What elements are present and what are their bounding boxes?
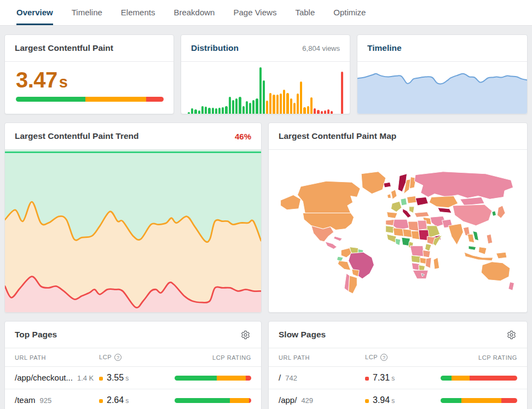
histogram-bar bbox=[293, 103, 296, 114]
url-path-link[interactable]: /team bbox=[15, 395, 36, 405]
lcp-value: 2.64 bbox=[107, 395, 124, 405]
histogram-bar bbox=[256, 98, 258, 114]
lcp-trend-card: Largest Contentful Paint Trend 46% bbox=[4, 122, 262, 313]
lcp-metric-card: Largest Contentful Paint 3.47s bbox=[4, 34, 174, 114]
page-views-count: 742 bbox=[285, 374, 297, 382]
lcp-unit: s bbox=[125, 397, 129, 405]
timeline-chart[interactable] bbox=[357, 62, 527, 114]
tab-breakdown[interactable]: Breakdown bbox=[174, 0, 215, 25]
lcp-rating-dot bbox=[365, 377, 369, 381]
col-lcp-rating: LCP RATING bbox=[164, 354, 251, 361]
histogram-bar bbox=[252, 100, 255, 114]
tab-page-views[interactable]: Page Views bbox=[233, 0, 276, 25]
tab-timeline[interactable]: Timeline bbox=[72, 0, 102, 25]
distribution-card: Distribution 6,804 views bbox=[181, 34, 350, 114]
table-header-row: URL PATH LCP? LCP RATING bbox=[269, 348, 527, 367]
histogram-bar bbox=[283, 90, 285, 114]
col-lcp-rating: LCP RATING bbox=[430, 354, 517, 361]
histogram-bar bbox=[249, 103, 251, 114]
histogram-bar bbox=[300, 81, 302, 114]
histogram-bar bbox=[194, 109, 196, 114]
lcp-rating-dot bbox=[365, 399, 369, 403]
lcp-unit: s bbox=[391, 397, 395, 405]
histogram-bar bbox=[208, 108, 210, 114]
lcp-value: 3.94 bbox=[373, 395, 390, 405]
rating-poor-segment bbox=[246, 376, 251, 381]
tab-optimize[interactable]: Optimize bbox=[333, 0, 366, 25]
lcp-value-number: 3.47 bbox=[16, 68, 57, 92]
lcp-rating-bar bbox=[441, 398, 517, 403]
rating-ni-segment bbox=[217, 376, 246, 381]
table-row[interactable]: /app/checkout...1.4 K3.55s bbox=[5, 367, 261, 389]
card-title-map: Largest Contentful Paint Map bbox=[279, 131, 396, 141]
table-row[interactable]: /7427.31s bbox=[269, 367, 527, 389]
lcp-value: 3.47s bbox=[16, 67, 163, 92]
lcp-rating-bar bbox=[441, 376, 517, 381]
histogram-bar bbox=[242, 106, 245, 114]
rating-ni-segment bbox=[452, 376, 470, 381]
lcp-rating-dot bbox=[99, 399, 103, 403]
col-lcp: LCP? bbox=[365, 354, 430, 361]
rating-poor-segment bbox=[249, 398, 251, 403]
histogram-bar bbox=[303, 107, 305, 114]
lcp-value: 7.31 bbox=[373, 373, 390, 382]
lcp-rating-dot bbox=[99, 377, 103, 381]
card-title-trend: Largest Contentful Paint Trend bbox=[15, 131, 138, 141]
histogram-bar bbox=[235, 98, 238, 114]
page-views-count: 1.4 K bbox=[77, 374, 94, 382]
lcp-map-card: Largest Contentful Paint Map bbox=[268, 122, 528, 313]
card-title-distribution[interactable]: Distribution bbox=[191, 43, 239, 53]
url-path-link[interactable]: /app/checkout... bbox=[15, 373, 73, 382]
lcp-unit: s bbox=[391, 375, 395, 382]
histogram-bar bbox=[276, 95, 279, 114]
table-header-row: URL PATH LCP? LCP RATING bbox=[5, 348, 261, 367]
lcp-gauge-good-segment bbox=[16, 97, 85, 102]
rating-poor-segment bbox=[470, 376, 517, 381]
trend-chart[interactable] bbox=[5, 150, 261, 312]
histogram-bar bbox=[266, 101, 268, 114]
card-title-slow-pages: Slow Pages bbox=[279, 330, 326, 340]
histogram-bar bbox=[225, 106, 227, 114]
url-path-link[interactable]: /app/ bbox=[279, 395, 297, 405]
histogram-bar bbox=[269, 93, 271, 114]
card-header: Timeline bbox=[357, 35, 527, 62]
settings-button[interactable] bbox=[506, 329, 517, 341]
histogram-bar bbox=[263, 80, 265, 114]
card-title-timeline[interactable]: Timeline bbox=[367, 43, 402, 53]
table-row[interactable]: /app/4293.94s bbox=[269, 389, 527, 409]
histogram-bar bbox=[246, 101, 248, 114]
histogram-bar bbox=[201, 106, 204, 114]
tab-table[interactable]: Table bbox=[295, 0, 315, 25]
settings-button[interactable] bbox=[240, 329, 251, 341]
tab-overview[interactable]: Overview bbox=[16, 0, 53, 25]
histogram-bar bbox=[188, 112, 190, 114]
histogram-bar bbox=[327, 109, 329, 114]
url-path-link[interactable]: / bbox=[279, 373, 281, 382]
slow-pages-card: Slow Pages URL PATH LCP? LCP RATING /742… bbox=[268, 321, 528, 409]
help-icon[interactable]: ? bbox=[380, 354, 388, 361]
col-lcp: LCP? bbox=[99, 354, 164, 361]
dashboard: Largest Contentful Paint 3.47s Distribut… bbox=[0, 26, 532, 409]
top-pages-table: /app/checkout...1.4 K3.55s/team9252.64s bbox=[5, 367, 261, 409]
lcp-threshold-bar bbox=[16, 97, 164, 102]
histogram-bar bbox=[273, 95, 275, 114]
help-icon[interactable]: ? bbox=[114, 354, 122, 361]
lcp-gauge-ni-segment bbox=[85, 97, 146, 102]
histogram-bar bbox=[191, 108, 193, 114]
timeline-card: Timeline bbox=[357, 34, 528, 114]
col-url-path: URL PATH bbox=[279, 354, 365, 361]
card-header: Slow Pages bbox=[269, 322, 527, 348]
histogram-bar bbox=[218, 108, 221, 114]
tab-elements[interactable]: Elements bbox=[121, 0, 155, 25]
histogram-bar bbox=[215, 108, 217, 114]
card-header: Largest Contentful Paint Trend 46% bbox=[5, 123, 261, 150]
slow-pages-table: /7427.31s/app/4293.94s bbox=[269, 367, 527, 409]
histogram-bar bbox=[331, 111, 333, 114]
card-header: Largest Contentful Paint Map bbox=[269, 123, 527, 150]
distribution-histogram[interactable] bbox=[181, 62, 350, 114]
histogram-bar bbox=[286, 93, 288, 114]
col-url-path: URL PATH bbox=[15, 354, 99, 361]
metrics-row: Largest Contentful Paint 3.47s Distribut… bbox=[4, 34, 528, 114]
table-row[interactable]: /team9252.64s bbox=[5, 389, 261, 409]
world-map-choropleth[interactable] bbox=[269, 150, 527, 312]
